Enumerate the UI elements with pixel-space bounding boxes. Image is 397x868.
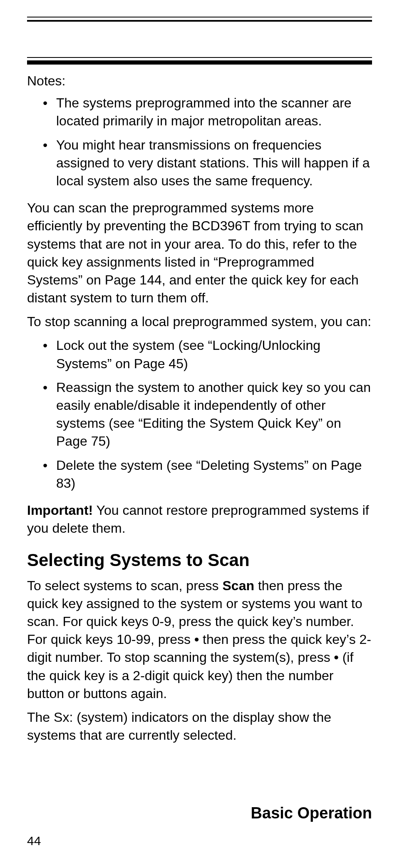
options-list: Lock out the system (see “Locking/Unlock…: [27, 337, 372, 492]
notes-list: The systems preprogrammed into the scann…: [27, 94, 372, 190]
top-rule-group: [27, 17, 372, 22]
rule-thick: [27, 20, 372, 22]
list-item: The systems preprogrammed into the scann…: [27, 94, 372, 130]
important-label: Important!: [27, 503, 93, 518]
paragraph-stop-scanning: To stop scanning a local preprogrammed s…: [27, 313, 372, 331]
paragraph-efficient-scan: You can scan the preprogrammed systems m…: [27, 199, 372, 307]
list-item: Delete the system (see “Deleting Systems…: [27, 456, 372, 492]
section-heading: Selecting Systems to Scan: [27, 550, 372, 571]
rule-thin: [27, 17, 372, 17]
footer-section-title: Basic Operation: [251, 804, 372, 822]
important-note: Important! You cannot restore preprogram…: [27, 501, 372, 537]
list-item: Lock out the system (see “Locking/Unlock…: [27, 337, 372, 372]
paragraph-sx-indicators: The Sx: (system) indicators on the displ…: [27, 708, 372, 744]
list-item: Reassign the system to another quick key…: [27, 379, 372, 451]
text-fragment: To select systems to scan, press: [27, 578, 223, 593]
second-rule-group: [27, 57, 372, 65]
rule-thick: [27, 60, 372, 65]
rule-thin: [27, 57, 372, 58]
dot-key-icon: •: [194, 631, 199, 649]
list-item: You might hear transmissions on frequenc…: [27, 136, 372, 190]
notes-label: Notes:: [27, 72, 372, 90]
page-number: 44: [27, 834, 41, 848]
scan-button-label: Scan: [223, 578, 254, 593]
dot-key-icon: •: [334, 649, 339, 666]
paragraph-select-systems: To select systems to scan, press Scan th…: [27, 577, 372, 703]
